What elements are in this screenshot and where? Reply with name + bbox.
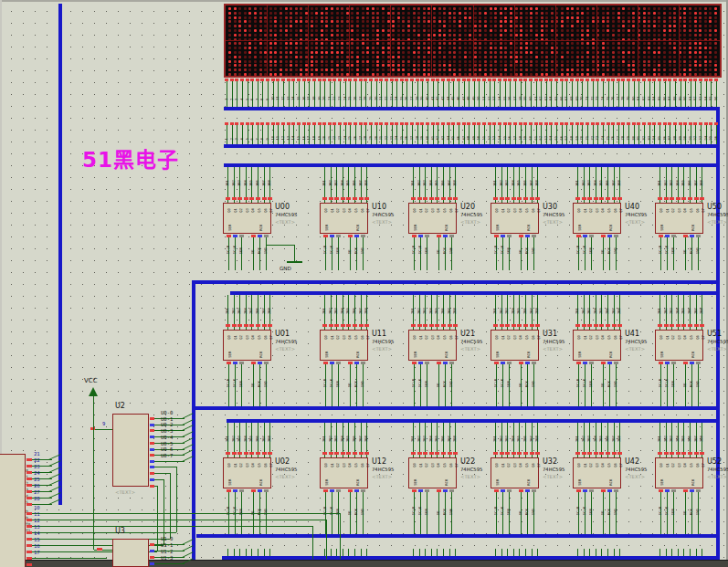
wire[interactable] bbox=[93, 396, 94, 550]
ic-pin[interactable] bbox=[658, 324, 662, 327]
wire[interactable] bbox=[234, 549, 235, 556]
wire[interactable] bbox=[501, 549, 502, 556]
ic-pin[interactable] bbox=[329, 452, 333, 455]
wire[interactable] bbox=[619, 549, 620, 556]
ic-pin[interactable] bbox=[364, 324, 369, 327]
ic-pin[interactable] bbox=[329, 324, 333, 327]
ic-pin[interactable] bbox=[599, 324, 604, 327]
ic-pin[interactable] bbox=[244, 324, 248, 327]
ic-pin[interactable] bbox=[587, 452, 592, 455]
bus-left-tall[interactable] bbox=[58, 4, 62, 505]
ic-pin[interactable] bbox=[587, 324, 592, 327]
u2-body[interactable] bbox=[112, 414, 149, 487]
ic-pin[interactable] bbox=[694, 197, 699, 200]
ic-pin[interactable] bbox=[429, 452, 434, 455]
ic-pin[interactable] bbox=[688, 452, 692, 455]
wire[interactable] bbox=[340, 513, 341, 559]
ic-pin[interactable] bbox=[417, 452, 422, 455]
ic-pin[interactable] bbox=[232, 324, 237, 327]
ic-pin[interactable] bbox=[453, 324, 458, 327]
wire[interactable] bbox=[431, 549, 432, 556]
ic-pin[interactable] bbox=[226, 324, 230, 327]
ic-pin[interactable] bbox=[523, 452, 528, 455]
ic-pin[interactable] bbox=[262, 324, 267, 327]
ic-body[interactable]: Q0Q1Q2Q3Q4Q5Q6Q7SERRCK bbox=[655, 457, 703, 488]
wire[interactable] bbox=[589, 549, 590, 556]
wire[interactable] bbox=[584, 549, 585, 556]
ic-pin[interactable] bbox=[530, 452, 534, 455]
ic-pin[interactable] bbox=[681, 452, 686, 455]
ic-pin[interactable] bbox=[334, 197, 339, 200]
ic-pin[interactable] bbox=[681, 197, 686, 200]
ic-pin[interactable] bbox=[268, 197, 272, 200]
ic-pin[interactable] bbox=[664, 197, 669, 200]
ic-pin[interactable] bbox=[575, 452, 580, 455]
ic-pin[interactable] bbox=[244, 452, 248, 455]
wire[interactable] bbox=[246, 549, 247, 556]
ic-pin[interactable] bbox=[688, 197, 692, 200]
wire[interactable] bbox=[154, 563, 185, 564]
ic-pin[interactable] bbox=[256, 197, 260, 200]
ic-pin[interactable] bbox=[594, 324, 598, 327]
gnd-wire-h[interactable] bbox=[266, 245, 295, 246]
ic-pin[interactable] bbox=[448, 197, 452, 200]
wire[interactable] bbox=[437, 549, 438, 556]
bus-row2-top[interactable] bbox=[192, 280, 720, 284]
ic-pin[interactable] bbox=[676, 324, 681, 327]
ic-pin[interactable] bbox=[441, 197, 446, 200]
bus-row1-top[interactable] bbox=[224, 163, 720, 167]
ic-pin[interactable] bbox=[606, 197, 610, 200]
ic-pin[interactable] bbox=[359, 197, 364, 200]
wire[interactable] bbox=[326, 520, 327, 559]
wire[interactable] bbox=[671, 549, 672, 556]
ic-pin[interactable] bbox=[249, 324, 254, 327]
wire[interactable] bbox=[239, 549, 240, 556]
wire[interactable] bbox=[537, 549, 538, 556]
ic-pin[interactable] bbox=[353, 324, 357, 327]
ic-pin[interactable] bbox=[606, 452, 610, 455]
wire[interactable] bbox=[176, 467, 177, 532]
ic-body[interactable]: Q0Q1Q2Q3Q4Q5Q6Q7SERRCK bbox=[655, 203, 703, 234]
ic-pin[interactable] bbox=[411, 452, 416, 455]
ic-pin[interactable] bbox=[256, 452, 260, 455]
ic-pin[interactable] bbox=[664, 324, 669, 327]
wire[interactable] bbox=[607, 549, 608, 556]
wire[interactable] bbox=[577, 549, 578, 556]
wire[interactable] bbox=[32, 539, 170, 540]
ic-body[interactable]: Q0Q1Q2Q3Q4Q5Q6Q7SERRCK bbox=[223, 457, 271, 488]
ic-pin[interactable] bbox=[599, 452, 604, 455]
ic-pin[interactable] bbox=[322, 452, 327, 455]
ic-pin[interactable] bbox=[346, 324, 351, 327]
wire[interactable] bbox=[170, 473, 171, 539]
ic-pin[interactable] bbox=[329, 197, 333, 200]
ic-pin[interactable] bbox=[411, 197, 416, 200]
ic-pin[interactable] bbox=[500, 452, 504, 455]
ic-pin[interactable] bbox=[688, 324, 692, 327]
ic-pin[interactable] bbox=[237, 197, 242, 200]
bus-row2-bottom[interactable] bbox=[192, 406, 720, 410]
ic-pin[interactable] bbox=[237, 452, 242, 455]
ic-pin[interactable] bbox=[617, 452, 622, 455]
ic-pin[interactable] bbox=[423, 452, 427, 455]
ic-pin[interactable] bbox=[493, 324, 498, 327]
ic-pin[interactable] bbox=[530, 197, 534, 200]
ic-pin[interactable] bbox=[587, 197, 592, 200]
ic-body[interactable]: Q0Q1Q2Q3Q4Q5Q6Q7SERRCK bbox=[408, 457, 457, 488]
wire[interactable] bbox=[513, 549, 514, 556]
ic-pin[interactable] bbox=[364, 452, 369, 455]
ic-pin[interactable] bbox=[441, 452, 446, 455]
ic-pin[interactable] bbox=[353, 197, 357, 200]
wire[interactable] bbox=[32, 558, 107, 559]
wire[interactable] bbox=[154, 473, 170, 474]
wire[interactable] bbox=[696, 549, 697, 556]
wire[interactable] bbox=[495, 549, 496, 556]
u1-pin[interactable] bbox=[26, 563, 32, 566]
schematic-canvas[interactable]: 1122334455667788991010111112121313141415… bbox=[0, 0, 728, 567]
ic-pin[interactable] bbox=[435, 324, 439, 327]
ic-pin[interactable] bbox=[582, 324, 586, 327]
ic-pin[interactable] bbox=[429, 324, 434, 327]
wire[interactable] bbox=[702, 549, 702, 556]
ic-pin[interactable] bbox=[244, 197, 248, 200]
wire[interactable] bbox=[251, 549, 252, 556]
wire[interactable] bbox=[312, 526, 313, 559]
